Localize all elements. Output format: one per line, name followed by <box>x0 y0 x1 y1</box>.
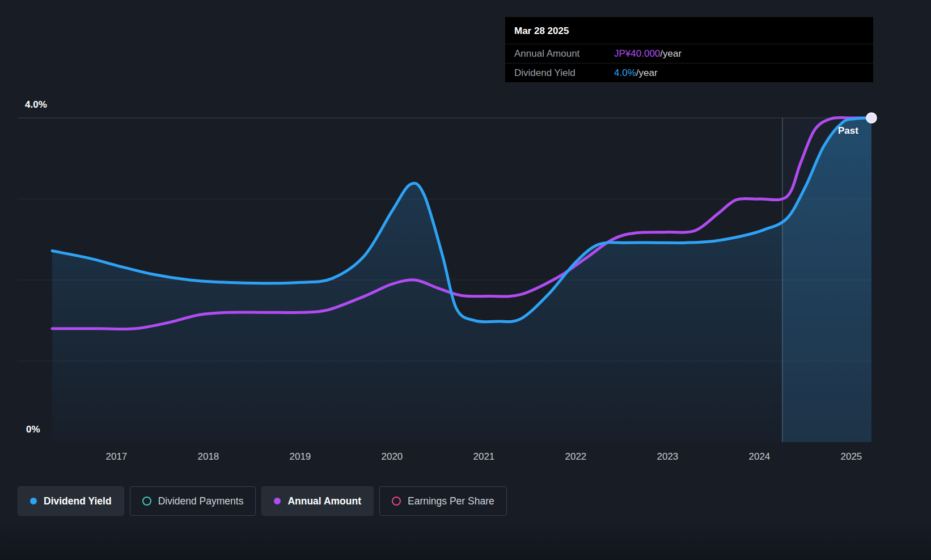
legend-dividend-yield[interactable]: Dividend Yield <box>18 486 124 516</box>
dividend-payments-marker-icon <box>142 497 151 506</box>
legend-earnings-per-share[interactable]: Earnings Per Share <box>379 486 507 516</box>
chart-legend: Dividend YieldDividend PaymentsAnnual Am… <box>18 486 507 516</box>
legend-label: Dividend Payments <box>158 495 244 507</box>
end-marker-dot <box>866 113 877 123</box>
legend-label: Earnings Per Share <box>408 495 494 507</box>
tooltip-label: Dividend Yield <box>514 67 614 79</box>
legend-dividend-payments[interactable]: Dividend Payments <box>130 486 256 516</box>
tooltip-value: JP¥40.000 <box>614 48 660 60</box>
annual-amount-marker-icon <box>274 498 281 504</box>
tooltip-row-dividend-yield: Dividend Yield 4.0%/year <box>505 63 873 82</box>
past-label: Past <box>838 125 858 137</box>
x-tick-label-2024: 2024 <box>748 451 770 463</box>
x-tick-label-2025: 2025 <box>840 451 862 463</box>
x-tick-label-2023: 2023 <box>657 451 678 463</box>
x-tick-label-2019: 2019 <box>289 451 311 463</box>
x-tick-label-2022: 2022 <box>565 451 586 463</box>
dividend-yield-marker-icon <box>30 498 37 504</box>
tooltip-date: Mar 28 2025 <box>505 17 873 44</box>
tooltip-label: Annual Amount <box>514 48 614 60</box>
legend-label: Dividend Yield <box>44 495 112 507</box>
x-tick-label-2021: 2021 <box>473 451 494 463</box>
x-tick-label-2018: 2018 <box>197 451 219 463</box>
tooltip: Mar 28 2025 Annual Amount JP¥40.000/year… <box>505 17 873 82</box>
x-tick-label-2017: 2017 <box>105 451 127 463</box>
tooltip-value: 4.0% <box>614 67 636 79</box>
tooltip-row-annual-amount: Annual Amount JP¥40.000/year <box>505 44 873 63</box>
legend-annual-amount[interactable]: Annual Amount <box>261 486 374 516</box>
dividend-history-chart: 4.0% 0% 20172018201920202021202220232024… <box>0 0 931 560</box>
legend-label: Annual Amount <box>287 495 361 507</box>
x-axis: 201720182019202020212022202320242025 <box>0 451 931 465</box>
x-tick-label-2020: 2020 <box>381 451 403 463</box>
earnings-per-share-marker-icon <box>392 497 401 506</box>
chart-plot-area[interactable] <box>0 0 931 560</box>
y-axis-top-label: 4.0% <box>25 99 47 111</box>
tooltip-suffix: /year <box>636 67 658 79</box>
tooltip-suffix: /year <box>660 48 682 60</box>
y-axis-bottom-label: 0% <box>26 424 40 435</box>
